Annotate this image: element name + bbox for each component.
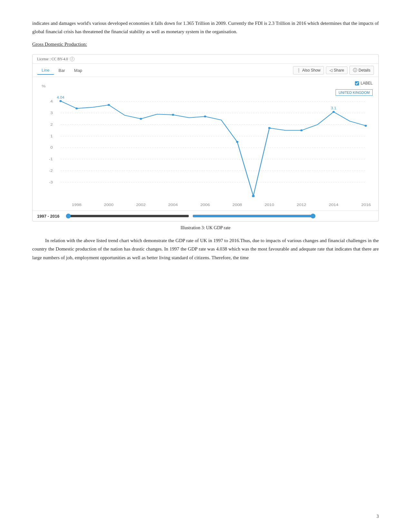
page-number: 3 (377, 514, 379, 519)
data-point (252, 195, 255, 197)
svg-text:4: 4 (50, 99, 53, 103)
svg-text:2014: 2014 (329, 203, 338, 207)
also-show-icon: ⋮ (297, 68, 301, 73)
svg-text:3: 3 (50, 111, 53, 115)
gdp-line (61, 101, 366, 196)
details-label: Details (358, 68, 370, 73)
data-point (140, 118, 142, 120)
svg-text:2006: 2006 (200, 203, 210, 207)
svg-text:2016: 2016 (361, 203, 371, 207)
label-checkbox[interactable] (355, 81, 359, 85)
data-point (365, 125, 367, 127)
svg-text:2012: 2012 (297, 203, 306, 207)
chart-legend: UNITED KINGDOM (336, 89, 373, 96)
svg-text:2010: 2010 (265, 203, 274, 207)
data-point (204, 115, 206, 117)
svg-text:-3: -3 (49, 180, 53, 184)
share-button[interactable]: ◁ Share (326, 66, 347, 74)
data-point (268, 127, 270, 129)
license-text: License : CC BY-4.0 (37, 57, 68, 61)
year-range: 1997 - 2016 (37, 214, 59, 219)
chart-container: License : CC BY-4.0 i Line Bar Map ⋮ Als… (32, 54, 379, 222)
details-button[interactable]: ⓘ Details (349, 66, 374, 75)
chart-body: LABEL UNITED KINGDOM % 4 3 (33, 77, 378, 209)
svg-text:2000: 2000 (104, 203, 114, 207)
chart-toolbar-right: ⋮ Also Show ◁ Share ⓘ Details (293, 66, 374, 75)
label-checkbox-container: LABEL (355, 81, 373, 85)
chart-svg: % 4 3 2 1 0 -1 (37, 80, 374, 209)
share-icon: ◁ (329, 68, 332, 73)
data-point (59, 100, 62, 102)
details-icon: ⓘ (353, 67, 357, 73)
svg-text:4.04: 4.04 (57, 96, 64, 99)
data-point (108, 104, 110, 106)
data-point (75, 107, 78, 109)
tab-map[interactable]: Map (70, 66, 87, 74)
chart-caption: Illustration 3: UK GDP rate (32, 225, 379, 231)
chart-toolbar: Line Bar Map ⋮ Also Show ◁ Share ⓘ Detai… (33, 64, 378, 77)
body-paragraph: In relation with the above listed trend … (32, 236, 379, 262)
data-point (236, 141, 238, 143)
data-point (300, 129, 303, 131)
svg-text:-1: -1 (49, 157, 53, 161)
chart-license-bar: License : CC BY-4.0 i (33, 54, 378, 64)
year-range-slider-end[interactable] (192, 213, 316, 219)
license-info-icon[interactable]: i (70, 57, 74, 61)
svg-text:%: % (42, 84, 46, 88)
tab-bar[interactable]: Bar (54, 66, 70, 74)
slider-area[interactable] (66, 213, 374, 219)
also-show-button[interactable]: ⋮ Also Show (293, 66, 324, 74)
data-point (172, 114, 174, 116)
intro-paragraph: indicates and damages world's various de… (32, 19, 379, 36)
svg-text:0: 0 (50, 145, 53, 150)
svg-text:2004: 2004 (168, 203, 178, 207)
data-point (332, 111, 335, 113)
tab-line[interactable]: Line (37, 66, 54, 75)
year-range-slider-start[interactable] (66, 213, 189, 219)
svg-text:2: 2 (50, 123, 53, 127)
svg-text:1998: 1998 (72, 203, 82, 207)
svg-text:3.1: 3.1 (331, 106, 336, 110)
svg-text:-2: -2 (49, 169, 53, 173)
section-heading: Gross Domestic Production: (32, 42, 379, 47)
svg-text:2008: 2008 (232, 203, 242, 207)
chart-footer: 1997 - 2016 (33, 211, 378, 221)
svg-text:2002: 2002 (136, 203, 146, 207)
svg-text:1: 1 (50, 134, 53, 138)
label-checkbox-label[interactable]: LABEL (361, 81, 373, 85)
share-label: Share (334, 68, 344, 73)
also-show-label: Also Show (302, 68, 321, 73)
